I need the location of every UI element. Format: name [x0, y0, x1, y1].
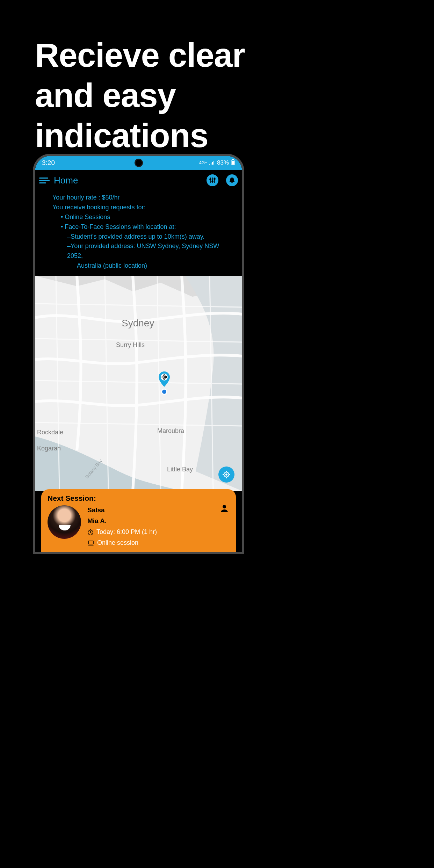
session-subject: Salsa: [87, 505, 230, 515]
map-label-sydney: Sydney: [122, 318, 154, 329]
bullet-online: • Online Sessions: [61, 212, 235, 222]
settings-button[interactable]: [207, 174, 218, 186]
session-header: Next Session:: [48, 494, 230, 502]
sub-student-address: –Student's provided address up to 10km(s…: [67, 232, 235, 242]
requests-intro: You receive booking requests for:: [52, 203, 235, 212]
map-label-little-bay: Little Bay: [167, 466, 193, 473]
map-label-kogarah: Kogarah: [37, 445, 61, 452]
bullet-f2f: • Face-To-Face Sessions with location at…: [61, 222, 235, 232]
signal-icon: [209, 159, 215, 166]
status-bar: 3:20 4G+ 83%: [35, 156, 242, 170]
locate-me-button[interactable]: [218, 466, 234, 483]
session-time: Today: 6:00 PM (1 hr): [96, 527, 157, 537]
current-location-dot: [161, 388, 168, 395]
phone-screen: 3:20 4G+ 83% Home: [35, 156, 242, 552]
location-pin-icon[interactable]: [158, 371, 171, 387]
laptop-icon: [87, 540, 94, 546]
app-bar: Home: [35, 170, 242, 191]
svg-rect-2: [232, 161, 234, 165]
map-label-rockdale: Rockdale: [37, 429, 63, 436]
svg-line-25: [91, 533, 92, 533]
svg-point-13: [164, 376, 165, 378]
sub-provided-address-wrap: Australia (public location): [67, 261, 235, 271]
headline-line: Recieve clear: [35, 35, 434, 75]
sub-provided-address: –Your provided address: UNSW Sydney, Syd…: [67, 241, 235, 261]
headline-line: and easy: [35, 75, 434, 115]
info-panel: Your hourly rate : $50/hr You receive bo…: [35, 191, 242, 276]
bell-icon: [229, 177, 236, 184]
phone-frame: 3:20 4G+ 83% Home: [33, 154, 244, 554]
map-roads: [35, 276, 242, 491]
battery-icon: [231, 159, 235, 167]
person-icon: [220, 504, 229, 513]
svg-rect-26: [88, 541, 93, 544]
svg-point-8: [214, 178, 215, 180]
headline-line: indications: [35, 115, 434, 155]
page-title: Home: [54, 175, 199, 186]
camera-notch: [135, 159, 143, 167]
map-label-surry-hills: Surry Hills: [116, 341, 145, 349]
map[interactable]: Sydney Surry Hills Maroubra Rockdale Kog…: [35, 276, 242, 491]
battery-percent: 83%: [217, 159, 229, 166]
svg-point-15: [162, 390, 166, 394]
svg-point-17: [226, 474, 227, 475]
status-right: 4G+ 83%: [199, 159, 235, 167]
svg-point-27: [223, 505, 226, 508]
crosshair-icon: [222, 470, 231, 479]
sliders-icon: [209, 177, 216, 183]
status-time: 3:20: [42, 159, 55, 167]
next-session-card[interactable]: Next Session: Salsa Mia A. Today: 6:00 P…: [41, 489, 236, 552]
map-label-maroubra: Maroubra: [157, 427, 184, 435]
svg-point-4: [210, 179, 211, 180]
marketing-headline: Recieve clear and easy indications: [0, 0, 434, 156]
svg-point-6: [212, 181, 213, 182]
student-avatar: [48, 505, 81, 539]
clock-icon: [87, 529, 94, 535]
network-indicator: 4G+: [199, 160, 207, 165]
notifications-button[interactable]: [226, 174, 238, 186]
student-name: Mia A.: [87, 516, 230, 526]
rate-line: Your hourly rate : $50/hr: [52, 193, 235, 203]
svg-rect-23: [90, 529, 91, 530]
session-mode: Online session: [97, 538, 138, 548]
menu-icon[interactable]: [39, 178, 49, 183]
